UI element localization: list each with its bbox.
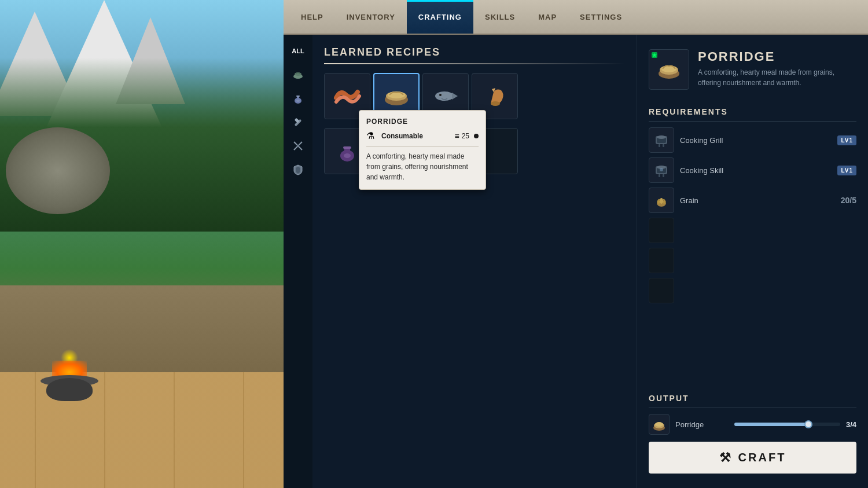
- output-divider: [649, 408, 856, 408]
- req-row-empty-2: [649, 248, 856, 273]
- item-description: A comforting, hearty meal made from grai…: [698, 67, 856, 88]
- tooltip-title: PORRIDGE: [366, 118, 479, 126]
- svg-point-35: [660, 168, 663, 171]
- svg-rect-19: [343, 146, 351, 149]
- requirements-divider: [649, 121, 856, 122]
- tab-crafting[interactable]: CRAFTING: [407, 0, 473, 34]
- game-background: [0, 0, 284, 488]
- output-section: OUTPUT Porridge: [649, 394, 856, 474]
- recipes-divider: [324, 63, 625, 64]
- req-icon-cooking-grill: [649, 127, 674, 153]
- svg-rect-29: [663, 144, 664, 147]
- recipes-title: LEARNED RECIPES: [324, 46, 625, 58]
- tooltip-stack: ≡ 25: [454, 131, 469, 141]
- svg-rect-4: [296, 96, 300, 97]
- svg-point-42: [655, 422, 663, 427]
- recipe-area: LEARNED RECIPES: [312, 35, 637, 488]
- tab-settings[interactable]: SETTINGS: [568, 0, 634, 34]
- output-title: OUTPUT: [649, 394, 856, 403]
- req-row-grain: Grain 20/5: [649, 188, 856, 213]
- req-row-cooking-skill: Cooking Skill LV1: [649, 157, 856, 183]
- output-slider-fill: [734, 423, 808, 426]
- tooltip-stack-value: 25: [462, 132, 469, 140]
- requirements-section: REQUIREMENTS Cooking Grill LV: [649, 107, 856, 308]
- item-header: PORRIDGE A comforting, hearty meal made …: [649, 49, 856, 90]
- output-count-max: 4: [852, 420, 856, 429]
- req-row-cooking-grill: Cooking Grill LV1: [649, 127, 856, 153]
- category-potion[interactable]: [288, 88, 308, 109]
- tab-inventory[interactable]: INVENTORY: [335, 0, 407, 34]
- tooltip-popup: PORRIDGE ⚗ Consumable ≡ 25 A comforting,…: [359, 110, 486, 190]
- req-count-current: 20: [841, 196, 850, 205]
- requirements-title: REQUIREMENTS: [649, 107, 856, 116]
- item-image-box: [649, 49, 689, 90]
- category-sidebar: ALL: [284, 35, 312, 488]
- svg-rect-33: [659, 174, 660, 177]
- ui-panel: HELP INVENTORY CRAFTING SKILLS MAP SETTI…: [284, 0, 868, 488]
- tab-help[interactable]: HELP: [289, 0, 335, 34]
- req-level-cooking-grill: LV1: [837, 135, 856, 145]
- item-image-badge: [652, 52, 657, 58]
- rocks: [6, 127, 110, 214]
- req-name-cooking-skill: Cooking Skill: [680, 166, 832, 175]
- output-count: 3/4: [846, 420, 856, 429]
- svg-point-16: [491, 101, 500, 106]
- right-panel: PORRIDGE A comforting, hearty meal made …: [637, 35, 868, 488]
- tab-skills[interactable]: SKILLS: [473, 0, 527, 34]
- craft-button-icon: ⚒: [719, 450, 733, 465]
- output-icon-box: [649, 414, 670, 435]
- craft-button[interactable]: ⚒ CRAFT: [649, 442, 856, 474]
- tooltip-type-row: ⚗ Consumable ≡ 25: [366, 130, 479, 146]
- req-count-required: 5: [852, 196, 856, 205]
- output-row: Porridge 3/4: [649, 414, 856, 435]
- svg-point-15: [439, 94, 442, 96]
- req-level-cooking-skill: LV1: [837, 166, 856, 175]
- svg-marker-21: [652, 53, 657, 57]
- category-weapons[interactable]: [288, 135, 308, 156]
- item-info: PORRIDGE A comforting, hearty meal made …: [698, 49, 856, 88]
- req-row-empty-3: [649, 278, 856, 303]
- content-area: ALL: [284, 35, 868, 488]
- item-name: PORRIDGE: [698, 49, 856, 64]
- req-empty-slot-2: [649, 248, 674, 273]
- req-empty-slot-1: [649, 218, 674, 243]
- svg-point-27: [657, 135, 666, 139]
- req-name-grain: Grain: [680, 196, 835, 205]
- nav-bar: HELP INVENTORY CRAFTING SKILLS MAP SETTI…: [284, 0, 868, 35]
- category-armor[interactable]: [288, 159, 308, 180]
- tooltip-desc: A comforting, hearty meal made from grai…: [366, 151, 479, 182]
- svg-point-37: [660, 198, 663, 204]
- req-row-empty-1: [649, 218, 856, 243]
- tab-map[interactable]: MAP: [527, 0, 568, 34]
- output-slider-thumb: [804, 420, 812, 428]
- tooltip-consumable-icon: ⚗: [366, 130, 374, 141]
- req-empty-slot-3: [649, 278, 674, 303]
- svg-rect-34: [663, 174, 664, 177]
- svg-point-10: [297, 145, 299, 147]
- category-all[interactable]: ALL: [288, 41, 308, 61]
- craft-button-label: CRAFT: [738, 451, 786, 464]
- req-name-cooking-grill: Cooking Grill: [680, 136, 832, 145]
- category-tools[interactable]: [288, 112, 308, 133]
- tooltip-stack-icon: ≡: [454, 131, 459, 141]
- req-icon-grain: [649, 188, 674, 213]
- req-count-grain: 20/5: [841, 196, 856, 205]
- svg-point-5: [296, 100, 300, 102]
- category-food[interactable]: [288, 64, 308, 85]
- svg-point-20: [344, 153, 351, 158]
- fire-bowl: [35, 355, 104, 401]
- req-icon-cooking-skill: [649, 157, 674, 183]
- tooltip-type-label: Consumable: [381, 132, 450, 140]
- tooltip-dot: [474, 134, 479, 138]
- svg-rect-28: [659, 144, 660, 147]
- output-slider[interactable]: [734, 423, 840, 426]
- output-item-name: Porridge: [675, 420, 729, 429]
